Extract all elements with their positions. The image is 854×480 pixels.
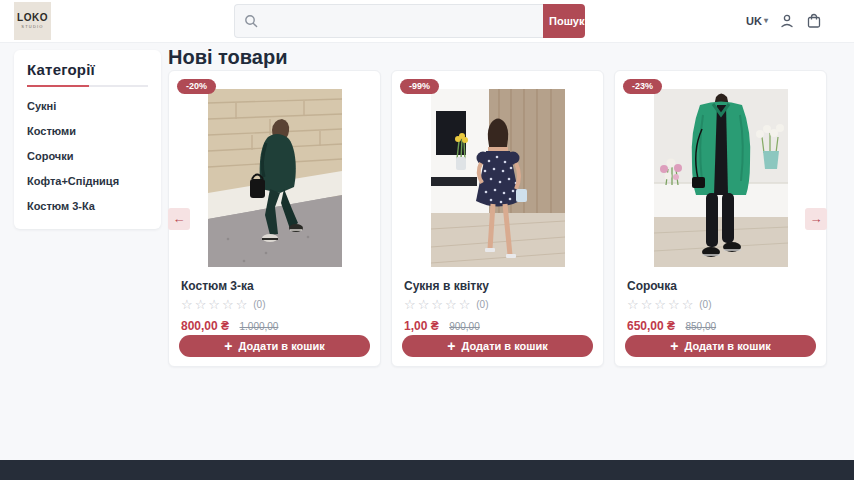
plus-icon: + xyxy=(670,339,678,353)
product-title[interactable]: Сорочка xyxy=(627,280,814,292)
star-icon: ☆ xyxy=(627,298,639,311)
price-row: 800,00 ₴ 1.000,00 xyxy=(181,317,368,333)
star-icon: ☆ xyxy=(641,298,653,311)
sidebar-item-kostium-3ka[interactable]: Костюм 3-Ка xyxy=(27,201,148,212)
account-button[interactable] xyxy=(779,13,795,29)
carousel-prev-button[interactable]: ← xyxy=(168,208,190,230)
product-title[interactable]: Сукня в квітку xyxy=(404,280,591,292)
sidebar-item-sukni[interactable]: Сукні xyxy=(27,101,148,112)
add-to-cart-button[interactable]: + Додати в кошик xyxy=(179,335,370,357)
header-actions: UK ▾ xyxy=(746,0,822,42)
product-image[interactable] xyxy=(208,89,342,267)
rating: ☆ ☆ ☆ ☆ ☆ (0) xyxy=(404,298,591,311)
search-icon xyxy=(244,14,258,28)
star-icon: ☆ xyxy=(222,298,234,311)
divider xyxy=(27,85,148,87)
cart-button[interactable] xyxy=(806,13,822,29)
photo-floral-dress xyxy=(431,89,565,267)
old-price: 850,00 xyxy=(686,321,717,332)
current-price: 1,00 ₴ xyxy=(404,319,439,333)
user-icon xyxy=(779,13,795,29)
photo-green-suit xyxy=(208,89,342,267)
language-selector[interactable]: UK ▾ xyxy=(746,15,768,27)
current-price: 800,00 ₴ xyxy=(181,319,229,333)
star-icon: ☆ xyxy=(431,298,443,311)
star-icon: ☆ xyxy=(181,298,193,311)
rating: ☆ ☆ ☆ ☆ ☆ (0) xyxy=(627,298,814,311)
star-icon: ☆ xyxy=(459,298,471,311)
plus-icon: + xyxy=(447,339,455,353)
language-label: UK xyxy=(746,15,762,27)
shopping-bag-icon xyxy=(806,13,822,29)
product-card[interactable]: -23% xyxy=(614,70,827,367)
star-icon: ☆ xyxy=(668,298,680,311)
add-to-cart-label: Додати в кошик xyxy=(685,340,771,352)
photo-green-shirt xyxy=(654,89,788,267)
search-bar: Пошук xyxy=(234,4,585,38)
star-icon: ☆ xyxy=(682,298,694,311)
sidebar-item-kostiumy[interactable]: Костюми xyxy=(27,126,148,137)
search-button[interactable]: Пошук xyxy=(543,4,585,38)
logo-name: LOKO xyxy=(17,13,48,23)
product-card[interactable]: -99% xyxy=(391,70,604,367)
product-grid: -20% xyxy=(168,70,827,367)
product-image[interactable] xyxy=(654,89,788,267)
discount-badge: -20% xyxy=(177,79,216,94)
product-card[interactable]: -20% xyxy=(168,70,381,367)
add-to-cart-label: Додати в кошик xyxy=(239,340,325,352)
star-icon: ☆ xyxy=(418,298,430,311)
product-title[interactable]: Костюм 3-ка xyxy=(181,280,368,292)
storefront-page: LOKO STUDIO Пошук UK ▾ xyxy=(0,0,854,480)
plus-icon: + xyxy=(224,339,232,353)
star-icon: ☆ xyxy=(404,298,416,311)
price-row: 1,00 ₴ 900,00 xyxy=(404,317,591,333)
star-icon: ☆ xyxy=(654,298,666,311)
star-icon: ☆ xyxy=(208,298,220,311)
chevron-down-icon: ▾ xyxy=(764,17,768,25)
add-to-cart-button[interactable]: + Додати в кошик xyxy=(402,335,593,357)
discount-badge: -23% xyxy=(623,79,662,94)
search-box[interactable] xyxy=(234,4,543,38)
price-row: 650,00 ₴ 850,00 xyxy=(627,317,814,333)
rating-count: (0) xyxy=(699,300,711,310)
category-list: Сукні Костюми Сорочки Кофта+Спідниця Кос… xyxy=(27,101,148,212)
sidebar-title: Категорії xyxy=(27,61,148,78)
header: LOKO STUDIO Пошук UK ▾ xyxy=(0,0,854,43)
star-icon: ☆ xyxy=(445,298,457,311)
logo[interactable]: LOKO STUDIO xyxy=(14,2,51,40)
add-to-cart-button[interactable]: + Додати в кошик xyxy=(625,335,816,357)
search-input[interactable] xyxy=(264,13,534,29)
product-image[interactable] xyxy=(431,89,565,267)
page-title: Нові товари xyxy=(168,46,287,69)
add-to-cart-label: Додати в кошик xyxy=(462,340,548,352)
discount-badge: -99% xyxy=(400,79,439,94)
old-price: 900,00 xyxy=(449,321,480,332)
sidebar-item-sorochky[interactable]: Сорочки xyxy=(27,151,148,162)
rating: ☆ ☆ ☆ ☆ ☆ (0) xyxy=(181,298,368,311)
star-icon: ☆ xyxy=(236,298,248,311)
logo-subtitle: STUDIO xyxy=(21,24,43,29)
rating-count: (0) xyxy=(476,300,488,310)
footer xyxy=(0,460,854,480)
carousel-next-button[interactable]: → xyxy=(805,208,827,230)
categories-sidebar: Категорії Сукні Костюми Сорочки Кофта+Сп… xyxy=(14,50,161,229)
current-price: 650,00 ₴ xyxy=(627,319,675,333)
sidebar-item-kofta-spidnytsia[interactable]: Кофта+Спідниця xyxy=(27,176,148,187)
rating-count: (0) xyxy=(253,300,265,310)
star-icon: ☆ xyxy=(195,298,207,311)
old-price: 1.000,00 xyxy=(240,321,279,332)
